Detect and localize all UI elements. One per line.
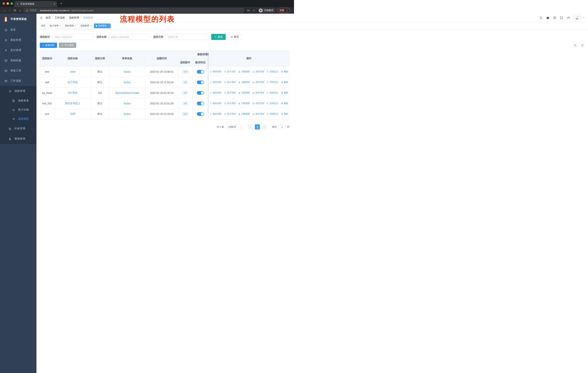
form-info-link[interactable]: /bpm/oa/leave/create: [115, 91, 139, 94]
action-删除[interactable]: 删除: [281, 112, 288, 115]
active-toggle[interactable]: [197, 70, 204, 74]
action-设计流程[interactable]: 设计流程: [224, 91, 236, 94]
forward-icon[interactable]: →: [7, 9, 12, 12]
process-name-link[interactable]: 滔博: [70, 112, 75, 116]
tag-首页[interactable]: 首页: [39, 23, 47, 28]
security-label[interactable]: 不安全: [30, 9, 37, 12]
action-流程定义[interactable]: 流程定义: [267, 112, 278, 115]
process-name-link[interactable]: 测试多审批人: [65, 102, 80, 105]
action-设计流程[interactable]: 设计流程: [224, 70, 236, 73]
breadcrumb-workflow[interactable]: 工作流程: [55, 16, 65, 20]
sidebar-item-系统管理[interactable]: 系统管理: [0, 35, 36, 45]
reload-icon[interactable]: ⟳: [12, 9, 18, 12]
process-name-link[interactable]: 自己审批: [68, 81, 78, 84]
action-发布流程[interactable]: 发布流程: [252, 102, 264, 105]
breadcrumb-home[interactable]: 首页: [46, 16, 51, 20]
action-删除[interactable]: 删除: [281, 91, 288, 94]
active-toggle[interactable]: [197, 102, 204, 105]
form-info-link[interactable]: biubiu: [124, 81, 130, 84]
back-icon[interactable]: ←: [2, 9, 7, 12]
active-toggle[interactable]: [197, 91, 204, 95]
form-info-link[interactable]: biubiu: [124, 112, 130, 115]
process-category-select[interactable]: 流程分类: [166, 34, 209, 40]
action-修改流程[interactable]: 修改流程: [210, 102, 221, 105]
action-设计流程[interactable]: 设计流程: [224, 112, 236, 115]
minimize-window-button[interactable]: [7, 2, 9, 5]
sidebar-item-首页[interactable]: 首页: [0, 25, 36, 35]
bookmark-star-icon[interactable]: ☆: [252, 9, 255, 12]
action-修改流程[interactable]: 修改流程: [210, 70, 221, 73]
breadcrumb-process-manage[interactable]: 流程管理: [69, 16, 79, 20]
browser-tab[interactable]: 芋道管理系统 ×: [14, 1, 57, 7]
action-设计流程[interactable]: 设计流程: [224, 102, 236, 105]
page-size-select[interactable]: 10条/页: [227, 124, 244, 130]
close-tab-icon[interactable]: ×: [54, 2, 55, 5]
new-tab-button[interactable]: +: [60, 1, 62, 5]
sidebar-item-流程表单[interactable]: 流程表单: [0, 96, 36, 105]
action-修改流程[interactable]: 修改流程: [210, 81, 221, 84]
next-page-button[interactable]: ›: [262, 124, 267, 130]
sidebar-item-任务管理[interactable]: 任务管理: [0, 123, 36, 134]
action-设计流程[interactable]: 设计流程: [224, 81, 236, 84]
action-发布流程[interactable]: 发布流程: [252, 70, 264, 73]
close-window-button[interactable]: [2, 2, 5, 5]
action-分配规则[interactable]: 分配规则: [238, 70, 250, 73]
tag-我的流程[interactable]: 我的流程×: [63, 23, 78, 28]
update-button[interactable]: 更新 ⋮: [277, 8, 290, 13]
tag-租户管理[interactable]: 租户管理×: [48, 23, 62, 28]
version-badge[interactable]: v17: [182, 70, 189, 74]
action-分配规则[interactable]: 分配规则: [238, 112, 250, 115]
form-info-link[interactable]: biubiu: [124, 70, 130, 73]
tag-流程模型[interactable]: 流程模型×: [94, 23, 111, 28]
action-删除[interactable]: 删除: [281, 102, 288, 105]
tag-流程表单[interactable]: 流程表单×: [79, 23, 93, 28]
action-流程定义[interactable]: 流程定义: [267, 91, 278, 94]
process-name-input[interactable]: [109, 34, 150, 40]
close-tag-icon[interactable]: ×: [90, 25, 91, 27]
version-badge[interactable]: v21: [182, 112, 189, 116]
form-info-link[interactable]: biubiu: [124, 102, 130, 105]
home-icon[interactable]: ⌂: [18, 9, 23, 12]
sidebar-item-工作流程[interactable]: 工作流程: [0, 76, 36, 86]
key-icon[interactable]: [247, 9, 250, 12]
reset-button[interactable]: 重置: [228, 34, 242, 40]
action-发布流程[interactable]: 发布流程: [252, 81, 264, 84]
process-name-link[interactable]: eeee: [70, 70, 75, 73]
action-分配规则[interactable]: 分配规则: [238, 102, 250, 105]
sidebar-item-用户分组[interactable]: 用户分组: [0, 105, 36, 114]
process-name-link[interactable]: OA 请假: [68, 91, 77, 94]
close-tag-icon[interactable]: ×: [108, 25, 109, 27]
page-1-button[interactable]: 1: [255, 124, 260, 130]
sidebar-item-请假查询[interactable]: 请假查询: [0, 134, 36, 144]
action-修改流程[interactable]: 修改流程: [210, 91, 221, 94]
create-process-button[interactable]: 新建流程: [40, 43, 57, 48]
fold-sidebar-icon[interactable]: [39, 16, 43, 20]
active-toggle[interactable]: [197, 112, 204, 116]
action-修改流程[interactable]: 修改流程: [210, 112, 221, 115]
maximize-window-button[interactable]: [10, 2, 13, 5]
active-toggle[interactable]: [197, 81, 204, 84]
sidebar-item-研发工具[interactable]: 研发工具: [0, 66, 36, 76]
close-tag-icon[interactable]: ×: [75, 25, 76, 27]
import-process-button[interactable]: 导入流程: [59, 43, 76, 48]
version-badge[interactable]: v5: [182, 91, 188, 95]
action-发布流程[interactable]: 发布流程: [252, 112, 264, 115]
browser-menu-icon[interactable]: ⋮: [286, 9, 288, 12]
action-流程定义[interactable]: 流程定义: [267, 102, 278, 105]
action-流程定义[interactable]: 流程定义: [267, 70, 278, 73]
version-badge[interactable]: v2: [182, 81, 188, 84]
sidebar-item-支付管理[interactable]: ¥支付管理: [0, 45, 36, 55]
action-分配规则[interactable]: 分配规则: [238, 91, 250, 94]
url-bar[interactable]: 不安全 dashboard.yudao.iocoder.cn/bpm/manag…: [23, 8, 244, 13]
action-流程定义[interactable]: 流程定义: [267, 81, 278, 84]
process-key-input[interactable]: [52, 34, 94, 40]
sidebar-item-流程模型[interactable]: 流程模型: [0, 114, 36, 123]
action-分配规则[interactable]: 分配规则: [238, 81, 250, 84]
search-button[interactable]: 搜索: [211, 34, 226, 40]
sidebar-item-流程管理[interactable]: 流程管理: [0, 86, 36, 96]
close-tag-icon[interactable]: ×: [59, 25, 61, 27]
sidebar-item-基础设施[interactable]: 基础设施: [0, 55, 36, 66]
goto-page-input[interactable]: [278, 124, 286, 130]
prev-page-button[interactable]: ‹: [248, 124, 253, 130]
action-发布流程[interactable]: 发布流程: [252, 91, 264, 94]
